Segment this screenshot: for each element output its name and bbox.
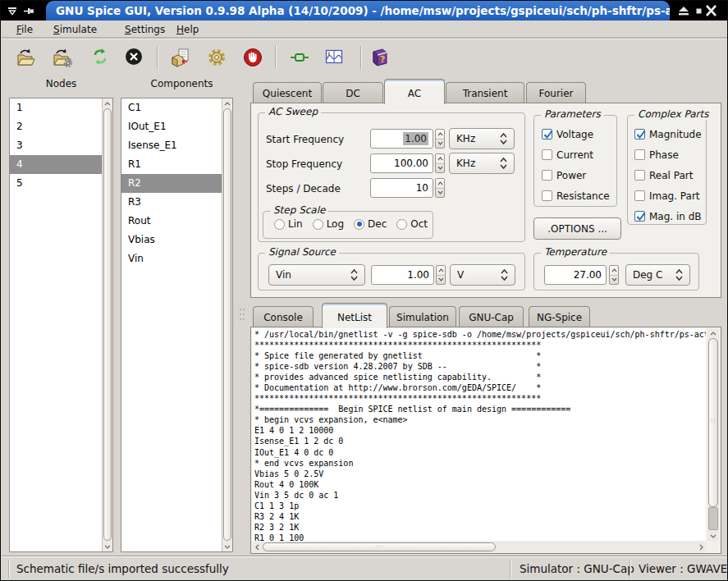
nodes-list-item[interactable]: 3 xyxy=(10,136,102,155)
components-list-item[interactable]: C1 xyxy=(121,98,222,117)
menu-help[interactable]: Help xyxy=(176,21,199,39)
menu-settings[interactable]: Settings xyxy=(125,21,165,39)
step-scale-radio[interactable]: Oct xyxy=(396,218,428,230)
help-book-icon[interactable]: ? xyxy=(370,48,390,67)
parameter-checkbox[interactable]: Voltage xyxy=(542,127,610,141)
output-tab[interactable]: Console xyxy=(253,306,314,327)
output-tab[interactable]: GNU-Cap xyxy=(459,306,524,327)
window-pin-icon[interactable] xyxy=(22,1,35,21)
output-tab[interactable]: NetList xyxy=(322,303,387,328)
signal-source-combo[interactable]: Vin xyxy=(268,264,365,286)
scroll-down-icon[interactable] xyxy=(222,542,232,551)
output-tabs: ConsoleNetListSimulationGNU-CapNG-Spice xyxy=(250,303,721,327)
nodes-list-item[interactable]: 2 xyxy=(10,117,102,136)
components-list-item[interactable]: Rout xyxy=(121,212,222,231)
open-options-icon[interactable] xyxy=(52,48,73,67)
output-tab[interactable]: NG-Spice xyxy=(529,306,590,327)
start-frequency-spinner[interactable] xyxy=(435,129,445,149)
steps-decade-spinner[interactable] xyxy=(435,178,445,198)
menu-simulate[interactable]: Simulate xyxy=(53,21,97,39)
window-shade-icon[interactable] xyxy=(7,1,18,21)
toolbar-separator xyxy=(360,46,362,69)
stop-icon[interactable] xyxy=(243,48,263,67)
start-frequency-unit-combo[interactable]: KHz xyxy=(449,128,515,149)
scroll-up-icon[interactable] xyxy=(103,98,112,108)
components-list-item[interactable]: Vbias xyxy=(121,231,222,249)
options-button[interactable]: .OPTIONS ... xyxy=(533,217,621,240)
scroll-down-icon[interactable] xyxy=(103,542,112,551)
complex-part-checkbox[interactable]: Imag. Part xyxy=(634,189,702,203)
waveform-viewer-icon[interactable] xyxy=(325,48,343,67)
complex-part-checkbox[interactable]: Phase xyxy=(634,148,702,162)
start-frequency-input[interactable]: 1.00 xyxy=(370,129,433,149)
complex-part-checkbox[interactable]: Magnitude xyxy=(634,127,702,141)
components-list-item[interactable]: R3 xyxy=(121,193,222,212)
run-simulation-icon[interactable] xyxy=(290,48,309,67)
step-scale-radio[interactable]: Dec xyxy=(354,218,387,230)
analysis-tab[interactable]: DC xyxy=(323,82,383,103)
temperature-spinner[interactable] xyxy=(609,265,619,285)
svg-text:?: ? xyxy=(380,54,385,65)
open-schematic-icon[interactable] xyxy=(16,48,35,67)
scroll-up-icon[interactable] xyxy=(707,328,719,338)
window-iconify-icon[interactable] xyxy=(694,1,703,21)
signal-source-unit-combo[interactable]: V xyxy=(450,264,515,286)
signal-source-value-input[interactable]: 1.00 xyxy=(371,265,434,285)
analysis-tab[interactable]: AC xyxy=(384,79,445,104)
components-list-item[interactable]: R2 xyxy=(121,174,222,193)
analysis-tabs: QuiescentDCACTransientFourier xyxy=(250,79,721,103)
steps-decade-input[interactable]: 10 xyxy=(370,178,433,198)
splitter-grip[interactable] xyxy=(239,307,245,322)
scroll-right-icon[interactable] xyxy=(696,542,706,553)
window-title: GNU Spice GUI, Version 0.9.98 Alpha (14/… xyxy=(46,1,670,21)
complex-part-checkbox[interactable]: Mag. in dB xyxy=(634,209,702,223)
menu-file[interactable]: File xyxy=(16,21,33,39)
analysis-tab[interactable]: Fourier xyxy=(526,82,586,103)
stop-frequency-input[interactable]: 100.00 xyxy=(370,153,433,173)
run-setup-icon[interactable] xyxy=(207,48,227,67)
scroll-left-icon[interactable] xyxy=(252,542,262,553)
components-list-item[interactable]: R1 xyxy=(121,155,222,174)
temperature-legend: Temperature xyxy=(541,246,610,258)
checkbox-icon xyxy=(542,149,552,160)
signal-source-group: Signal Source Vin 1.00 V xyxy=(258,253,525,290)
complex-part-checkbox[interactable]: Real Part xyxy=(634,168,702,182)
components-scrollbar[interactable] xyxy=(222,98,232,551)
analysis-tab[interactable]: Transient xyxy=(446,82,524,103)
scroll-up-icon[interactable] xyxy=(222,98,232,108)
components-list-item[interactable]: Isense_E1 xyxy=(121,136,222,155)
checkbox-icon xyxy=(634,211,645,222)
nodes-list: 12345 xyxy=(9,98,113,552)
nodes-list-item[interactable]: 1 xyxy=(10,98,102,117)
netlist-vscrollbar[interactable]: ⁝⁝ xyxy=(707,328,719,541)
window-close-icon[interactable] xyxy=(703,1,718,21)
temperature-input[interactable]: 27.00 xyxy=(544,265,607,285)
step-scale-radio[interactable]: Lin xyxy=(274,218,303,230)
nodes-list-item[interactable]: 4 xyxy=(10,155,102,174)
combo-arrows-icon xyxy=(350,268,359,281)
ac-sweep-legend: AC Sweep xyxy=(265,106,321,117)
import-netlist-icon[interactable] xyxy=(171,48,190,67)
reload-icon[interactable] xyxy=(91,48,109,67)
parameter-checkbox[interactable]: Resistance xyxy=(542,189,610,203)
scroll-down-icon[interactable] xyxy=(707,531,719,541)
close-icon[interactable] xyxy=(125,48,143,67)
step-scale-radio[interactable]: Log xyxy=(313,218,344,230)
components-list-item[interactable]: IOut_E1 xyxy=(121,117,222,136)
netlist-hscrollbar[interactable]: ··· xyxy=(252,542,706,553)
parameter-checkbox[interactable]: Current xyxy=(542,148,610,162)
combo-arrows-icon xyxy=(499,132,508,145)
components-list-item[interactable]: Vin xyxy=(121,249,222,268)
nodes-scrollbar[interactable] xyxy=(102,98,112,551)
stop-frequency-spinner[interactable] xyxy=(435,153,445,173)
output-tab[interactable]: Simulation xyxy=(389,306,456,327)
window-maximize-icon[interactable] xyxy=(676,1,691,21)
statusbar-separator xyxy=(510,560,511,578)
analysis-tab[interactable]: Quiescent xyxy=(253,82,322,103)
parameter-checkbox[interactable]: Power xyxy=(542,168,610,182)
netlist-text[interactable]: * /usr/local/bin/gnetlist -v -g spice-sd… xyxy=(252,328,706,541)
nodes-list-item[interactable]: 5 xyxy=(10,174,102,193)
temperature-unit-combo[interactable]: Deg C xyxy=(625,264,690,286)
signal-source-spinner[interactable] xyxy=(436,265,446,285)
stop-frequency-unit-combo[interactable]: KHz xyxy=(449,153,515,174)
